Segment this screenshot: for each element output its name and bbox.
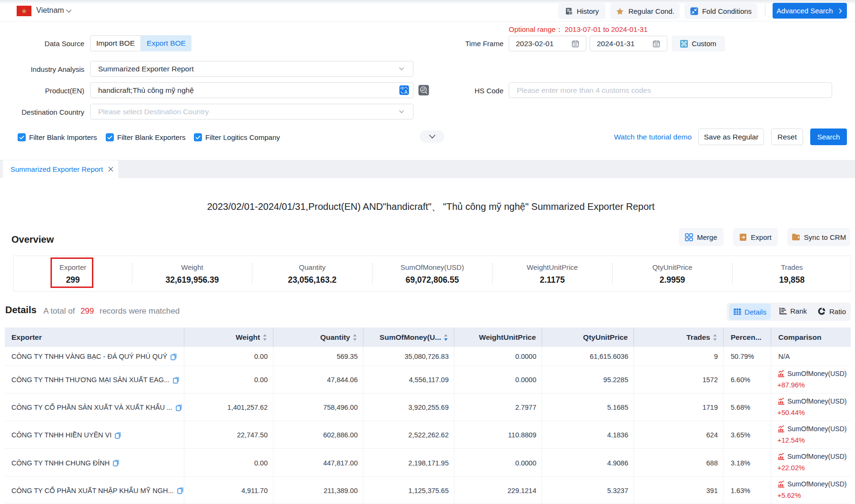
svg-text:A: A xyxy=(404,89,408,95)
